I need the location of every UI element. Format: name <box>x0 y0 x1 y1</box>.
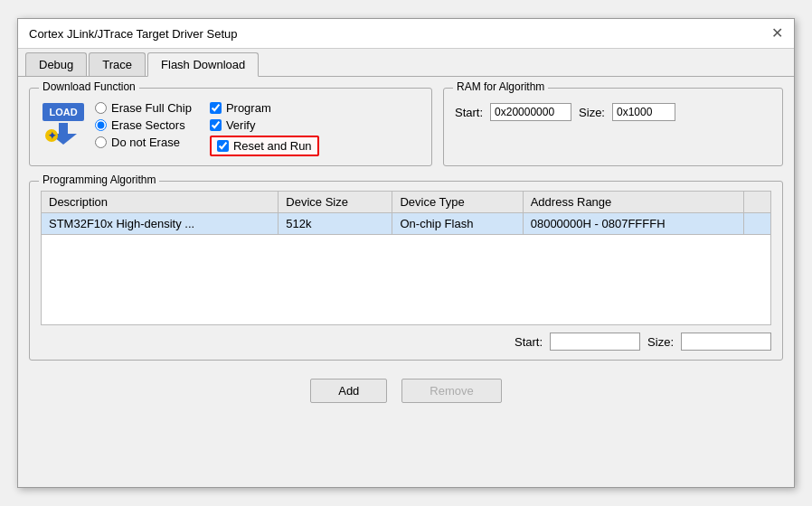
verify-checkbox[interactable] <box>210 119 222 131</box>
tab-debug[interactable]: Debug <box>25 52 87 76</box>
button-row: Add Remove <box>29 370 783 412</box>
ram-row: Start: Size: <box>455 98 771 121</box>
program-checkbox[interactable] <box>210 102 222 114</box>
program-label: Program <box>226 101 271 115</box>
ram-start-input[interactable] <box>490 103 571 121</box>
tab-bar: Debug Trace Flash Download <box>18 49 794 77</box>
svg-text:✦: ✦ <box>48 130 56 141</box>
col-address-range: Address Range <box>523 192 743 213</box>
svg-rect-2 <box>59 123 68 134</box>
download-function-label: Download Function <box>39 80 139 93</box>
erase-full-chip-radio[interactable] <box>95 102 107 114</box>
do-not-erase-label: Do not Erase <box>111 136 180 149</box>
content-area: Download Function LOAD <box>18 77 794 423</box>
radio-erase-full-chip[interactable]: Erase Full Chip <box>95 101 192 115</box>
verify-label: Verify <box>226 118 256 132</box>
col-device-size: Device Size <box>279 192 392 213</box>
check-column: Program Verify Reset and Run <box>210 101 319 156</box>
radio-do-not-erase[interactable]: Do not Erase <box>95 136 192 149</box>
ram-size-input[interactable] <box>612 103 675 121</box>
cell-device-size: 512k <box>279 213 392 235</box>
programming-algorithm-label: Programming Algorithm <box>39 173 159 186</box>
programming-algorithm-group: Programming Algorithm Description Device… <box>29 181 783 361</box>
algo-size-label: Size: <box>647 335 674 349</box>
add-button[interactable]: Add <box>310 379 387 403</box>
algo-start-input[interactable] <box>550 333 640 351</box>
close-button[interactable]: ✕ <box>771 26 783 41</box>
ram-algorithm-group: RAM for Algorithm Start: Size: <box>443 88 783 166</box>
algo-table: Description Device Size Device Type Addr… <box>41 191 771 325</box>
check-reset-run[interactable]: Reset and Run <box>210 136 319 156</box>
check-verify[interactable]: Verify <box>210 118 319 132</box>
col-extra <box>744 192 771 213</box>
tab-trace[interactable]: Trace <box>89 52 146 76</box>
title-bar: Cortex JLink/JTrace Target Driver Setup … <box>18 19 794 49</box>
cell-address-range: 08000000H - 0807FFFFH <box>523 213 743 235</box>
options-grid: Erase Full Chip Erase Sectors Do not Era… <box>95 101 319 156</box>
window-title: Cortex JLink/JTrace Target Driver Setup <box>29 27 237 41</box>
download-inner: LOAD ✦ <box>41 98 420 156</box>
cell-extra <box>744 213 771 235</box>
erase-full-chip-label: Erase Full Chip <box>111 101 192 115</box>
load-icon: LOAD ✦ <box>41 101 86 146</box>
do-not-erase-radio[interactable] <box>95 136 107 148</box>
algo-size-input[interactable] <box>681 333 771 351</box>
algo-start-label: Start: <box>515 335 543 349</box>
reset-run-checkbox[interactable] <box>217 140 229 152</box>
top-row: Download Function LOAD <box>29 88 783 175</box>
col-device-type: Device Type <box>392 192 523 213</box>
tab-flash-download[interactable]: Flash Download <box>147 52 259 77</box>
main-window: Cortex JLink/JTrace Target Driver Setup … <box>17 18 795 488</box>
cell-device-type: On-chip Flash <box>392 213 523 235</box>
check-program[interactable]: Program <box>210 101 319 115</box>
radio-erase-sectors[interactable]: Erase Sectors <box>95 118 192 132</box>
cell-description: STM32F10x High-density ... <box>42 213 279 235</box>
ram-algorithm-label: RAM for Algorithm <box>453 80 548 93</box>
reset-run-label: Reset and Run <box>233 139 312 153</box>
radio-column: Erase Full Chip Erase Sectors Do not Era… <box>95 101 192 156</box>
erase-sectors-label: Erase Sectors <box>111 118 185 132</box>
ram-start-label: Start: <box>455 106 483 119</box>
ram-size-label: Size: <box>579 106 605 119</box>
download-function-group: Download Function LOAD <box>29 88 432 166</box>
svg-text:LOAD: LOAD <box>49 107 77 117</box>
erase-sectors-radio[interactable] <box>95 119 107 131</box>
remove-button[interactable]: Remove <box>401 379 501 403</box>
col-description: Description <box>42 192 279 213</box>
algo-footer: Start: Size: <box>41 333 771 351</box>
table-row[interactable]: STM32F10x High-density ... 512k On-chip … <box>42 213 771 235</box>
